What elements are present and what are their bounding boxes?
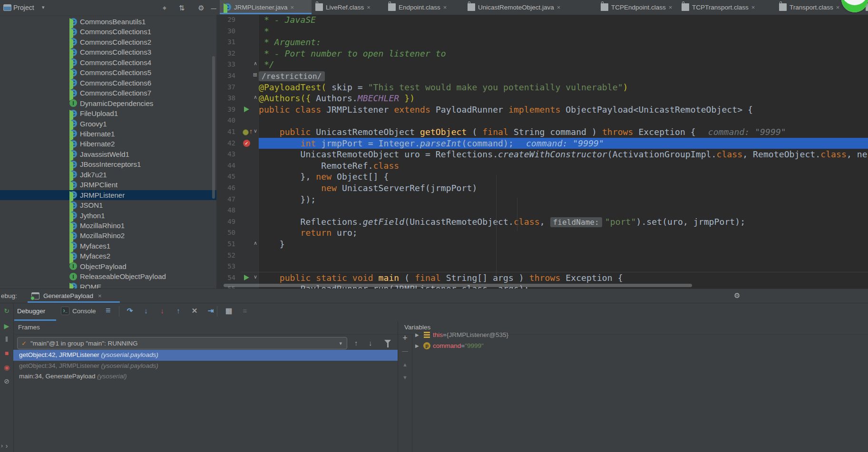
sidebar-item-commonscollections3[interactable]: CCommonsCollections3 (0, 47, 216, 57)
step-out-icon[interactable]: ↑ (173, 307, 184, 315)
run-line-icon[interactable] (244, 106, 249, 112)
sidebar-item-mozillarhino2[interactable]: CMozillaRhino2 (0, 231, 216, 240)
code-line-41[interactable]: 41↑∨ public UnicastRemoteObject getObjec… (216, 126, 868, 138)
rerun-icon[interactable]: ↻ (0, 307, 13, 315)
code-line-31[interactable]: 31 * Argument: (216, 37, 868, 48)
stop-icon[interactable]: ■ (0, 349, 13, 357)
chevron-down-icon[interactable]: ▾ (42, 4, 45, 10)
sidebar-item-commonscollections2[interactable]: CCommonsCollections2 (0, 37, 216, 47)
close-icon[interactable]: × (751, 4, 755, 11)
code-line-30[interactable]: 30 * (216, 26, 868, 37)
tab-debugger[interactable]: Debugger (17, 308, 45, 315)
editor-tab-UnicastRemoteObject.java[interactable]: CUnicastRemoteObject.java× (464, 0, 597, 14)
close-icon[interactable]: × (836, 4, 840, 11)
run-line-icon[interactable] (244, 275, 249, 280)
editor-tab-TCPEndpoint.class[interactable]: CTCPEndpoint.class× (597, 0, 678, 14)
stripe-expand-icon[interactable]: › (1, 442, 3, 449)
breakpoint-verified-icon[interactable]: ✓ (243, 140, 250, 147)
mute-breakpoints-icon[interactable]: ⊘ (0, 377, 13, 385)
code-line-42[interactable]: 42✓ int jrmpPort = Integer.parseInt(comm… (216, 138, 868, 149)
expand-arrow-icon[interactable]: ▶ (415, 332, 421, 337)
remove-watch-icon[interactable]: — (398, 347, 412, 355)
code-line-50[interactable]: 50 return uro; (216, 227, 868, 239)
code-line-51[interactable]: 51∧ } (216, 239, 868, 250)
code-line-34[interactable]: 34⊞/restriction/ (216, 70, 868, 82)
code-line-32[interactable]: 32 * - Port number to open listener to (216, 48, 868, 59)
frame-row[interactable]: getObject:42, JRMPListener (ysoserial.pa… (13, 350, 398, 361)
locate-icon[interactable]: ⌖ (160, 4, 169, 12)
code-line-49[interactable]: 49 Reflections.getField(UnicastRemoteObj… (216, 216, 868, 228)
code-line-54[interactable]: 54∨ public static void main ( final Stri… (216, 272, 868, 284)
drop-frame-icon[interactable]: ✕ (189, 307, 200, 315)
view-breakpoints-icon[interactable]: ◉ (0, 364, 13, 371)
sidebar-item-commonscollections4[interactable]: CCommonsCollections4 (0, 58, 216, 67)
code-line-33[interactable]: 33∧ */ (216, 59, 868, 70)
code-line-45[interactable]: 45 }, new Object[] { (216, 171, 868, 183)
frame-up-icon[interactable]: ↑ (354, 339, 358, 347)
fold-marker-icon[interactable]: ∧ (254, 94, 257, 100)
sidebar-item-dynamicdependencies[interactable]: IDynamicDependencies (0, 98, 216, 108)
editor-tab-JRMPListener.java[interactable]: CJRMPListener.java× (220, 0, 312, 14)
sidebar-item-groovy1[interactable]: CGroovy1 (0, 119, 216, 129)
collapse-all-icon[interactable]: ⇅ (177, 4, 186, 12)
scroll-down-icon[interactable]: ▼ (398, 375, 412, 380)
sidebar-item-myfaces2[interactable]: CMyfaces2 (0, 251, 216, 261)
fold-marker-icon[interactable]: ∨ (254, 128, 257, 134)
code-line-37[interactable]: 37@PayloadTest( skip = "This test would … (216, 82, 868, 93)
editor-tab-Endpoint.class[interactable]: IEndpoint.class× (384, 0, 464, 14)
editor-tab-TCPTransport.class[interactable]: CTCPTransport.class× (678, 0, 775, 14)
sidebar-item-jdk7u21[interactable]: CJdk7u21 (0, 170, 216, 180)
sidebar-item-json1[interactable]: CJSON1 (0, 200, 216, 210)
layout-settings-icon[interactable]: ≡ (240, 307, 250, 315)
fold-marker-icon[interactable]: ∨ (254, 274, 257, 280)
pause-icon[interactable]: ‖ (0, 336, 13, 343)
sidebar-item-rome[interactable]: CROME (0, 282, 216, 289)
sidebar-item-hibernate1[interactable]: CHibernate1 (0, 129, 216, 139)
fold-marker-icon[interactable]: ∧ (254, 60, 257, 67)
project-tree-scrollbar[interactable] (212, 56, 215, 199)
sidebar-item-jython1[interactable]: CJython1 (0, 211, 216, 221)
fold-marker-icon[interactable]: ∧ (254, 240, 257, 246)
code-line-47[interactable]: 47 }); (216, 194, 868, 205)
close-icon[interactable]: × (669, 4, 673, 11)
sidebar-item-mozillarhino1[interactable]: CMozillaRhino1 (0, 221, 216, 231)
step-over-icon[interactable]: ↷ (125, 307, 135, 315)
frame-row[interactable]: main:34, GeneratePayload (ysoserial) (13, 371, 398, 382)
console-icon[interactable]: ❯_ (61, 307, 69, 315)
debug-settings-gear-icon[interactable]: ⚙ (734, 291, 740, 300)
method-entry-icon[interactable] (243, 129, 249, 135)
sidebar-item-javassistweld1[interactable]: CJavassistWeld1 (0, 149, 216, 159)
code-line-38[interactable]: 38∧@Authors({ Authors.MBECHLER }) (216, 93, 868, 104)
code-line-29[interactable]: 29 * - JavaSE (216, 15, 868, 26)
code-line-48[interactable]: 48 (216, 205, 868, 216)
run-to-cursor-icon[interactable]: ⇥ (205, 307, 216, 315)
code-editor[interactable]: 29 * - JavaSE30 *31 * Argument:32 * - Po… (216, 15, 868, 289)
sidebar-item-fileupload1[interactable]: CFileUpload1 (0, 108, 216, 118)
sidebar-item-releaseableobjectpayload[interactable]: IReleaseableObjectPayload (0, 271, 216, 281)
sidebar-item-commonscollections7[interactable]: CCommonsCollections7 (0, 88, 216, 98)
close-icon[interactable]: × (367, 4, 371, 11)
sidebar-item-commonscollections5[interactable]: CCommonsCollections5 (0, 67, 216, 77)
tab-console[interactable]: Console (72, 308, 96, 315)
scroll-up-icon[interactable]: ▲ (398, 362, 412, 367)
sidebar-item-commonscollections6[interactable]: CCommonsCollections6 (0, 78, 216, 88)
debug-session-tab[interactable]: GeneratePayload × (28, 289, 120, 303)
sidebar-item-myfaces1[interactable]: CMyfaces1 (0, 241, 216, 251)
variable-row-this[interactable]: ▶this = {JRMPListener@535} (412, 329, 868, 340)
code-line-40[interactable]: 40 (216, 115, 868, 126)
code-line-52[interactable]: 52 (216, 250, 868, 261)
thread-selector-dropdown[interactable]: ✓ "main"@1 in group "main": RUNNING ▾ (17, 337, 347, 349)
close-icon[interactable]: × (443, 4, 447, 11)
sidebar-item-jrmpclient[interactable]: CJRMPClient (0, 180, 216, 190)
code-line-53[interactable]: 53 (216, 261, 868, 272)
expand-arrow-icon[interactable]: ▶ (415, 343, 421, 348)
restore-layout-icon[interactable]: ≡ (106, 306, 111, 316)
settings-gear-icon[interactable]: ⚙ (196, 4, 206, 12)
close-icon[interactable]: × (98, 292, 102, 299)
sidebar-item-objectpayload[interactable]: IObjectPayload (0, 261, 216, 271)
frame-down-icon[interactable]: ↓ (369, 339, 372, 347)
code-line-46[interactable]: 46 new UnicastServerRef(jrmpPort) (216, 183, 868, 194)
evaluate-expression-icon[interactable]: ▦ (224, 307, 234, 315)
fold-marker-icon[interactable]: ⊞ (253, 72, 257, 78)
hide-frames-filter-icon[interactable] (384, 340, 391, 344)
